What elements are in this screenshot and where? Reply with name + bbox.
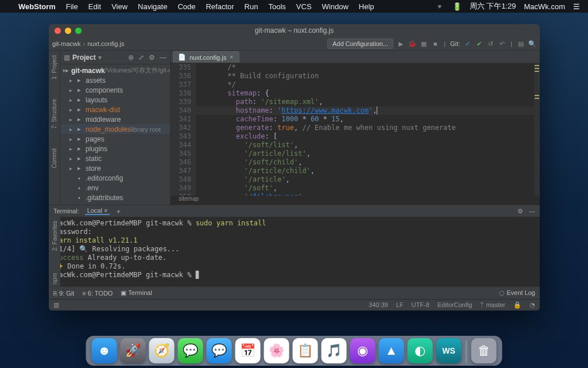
- breadcrumb-root[interactable]: git-macwk: [52, 40, 81, 47]
- terminal-tab[interactable]: Local ×: [85, 207, 110, 215]
- tree-item[interactable]: ▸▸macwk-dist: [60, 105, 170, 114]
- dock-app-reminders[interactable]: 📋: [293, 338, 318, 363]
- btm-git[interactable]: ⎘ 9: Git: [53, 290, 74, 297]
- dock-app-turtle[interactable]: ◐: [408, 338, 433, 363]
- menu-edit[interactable]: Edit: [88, 2, 101, 11]
- btm-terminal[interactable]: ▣ Terminal: [121, 289, 152, 297]
- line-sep[interactable]: LF: [396, 301, 404, 309]
- tree-item[interactable]: ▸▸store: [60, 163, 170, 173]
- dock-app-imessage[interactable]: 💬: [207, 338, 232, 363]
- caret-position[interactable]: 340:39: [369, 301, 388, 309]
- menubar-brand[interactable]: MacWk.com: [524, 2, 566, 11]
- menu-tools[interactable]: Tools: [268, 2, 285, 11]
- editor-breadcrumb[interactable]: sitemap: [171, 195, 540, 205]
- close-tab-icon[interactable]: ×: [230, 54, 233, 60]
- dock-app-podcasts[interactable]: ◉: [350, 338, 376, 363]
- tree-item[interactable]: ▸▸middleware: [60, 114, 170, 124]
- gear-icon[interactable]: ⚙: [517, 208, 523, 215]
- tree-root[interactable]: ▾▸git-macwk /Volumes/可存文件/git-mac: [60, 66, 170, 75]
- battery-icon[interactable]: 🔋: [452, 2, 462, 11]
- git-revert-icon[interactable]: ↶: [498, 40, 506, 48]
- git-branch[interactable]: ᛘ master: [480, 301, 505, 309]
- editor-tabs: 📄 nuxt.config.js ×: [171, 51, 540, 63]
- breadcrumb-file[interactable]: nuxt.config.js: [87, 40, 124, 47]
- terminal-output[interactable]: MacWk.com@PertimdeMBP git-macwk % sudo y…: [49, 217, 540, 286]
- coverage-icon[interactable]: ▦: [420, 40, 428, 48]
- menu-view[interactable]: View: [111, 2, 127, 11]
- dock-app-music[interactable]: 🎵: [322, 338, 347, 363]
- tree-item[interactable]: ▸▸layouts: [60, 95, 170, 105]
- tree-item[interactable]: •.env: [60, 183, 170, 193]
- dock-app-appstore[interactable]: ▲: [379, 338, 404, 363]
- dock-app-trash[interactable]: 🗑: [471, 338, 497, 363]
- git-update-icon[interactable]: ✓: [463, 40, 471, 48]
- locate-icon[interactable]: ⊕: [128, 53, 134, 62]
- menu-refactor[interactable]: Refactor: [206, 2, 234, 11]
- menubar-clock[interactable]: 周六 下午1:29: [470, 1, 516, 12]
- menu-navigate[interactable]: Navigate: [138, 2, 167, 11]
- terminal-pane: Terminal: Local × ＋ ⚙ — MacWk.com@Pertim…: [49, 205, 540, 286]
- dock-app-safari[interactable]: 🧭: [149, 338, 175, 363]
- lock-icon[interactable]: 🔒: [513, 301, 521, 309]
- tree-item[interactable]: •.editorconfig: [60, 173, 170, 183]
- tree-item[interactable]: ▸▸plugins: [60, 144, 170, 154]
- hide-icon[interactable]: —: [160, 53, 167, 62]
- code-editor[interactable]: 3353363373383393403413423433443453463473…: [171, 63, 540, 195]
- minimize-icon[interactable]: [65, 28, 71, 34]
- menu-help[interactable]: Help: [359, 2, 374, 11]
- macos-menubar: WebStorm File Edit View Navigate Code Re…: [0, 0, 588, 13]
- git-commit-icon[interactable]: ✔: [475, 40, 483, 48]
- chevron-down-icon[interactable]: ▾: [98, 53, 102, 62]
- tree-item[interactable]: ▸▸assets: [60, 75, 170, 85]
- dock-app-launchpad[interactable]: 🚀: [121, 338, 146, 363]
- encoding[interactable]: UTF-8: [412, 301, 430, 309]
- tool-structure[interactable]: 7: Structure: [51, 97, 57, 131]
- editor-tab-active[interactable]: 📄 nuxt.config.js ×: [173, 51, 239, 63]
- wifi-icon[interactable]: ᯤ: [437, 2, 444, 11]
- tree-item[interactable]: ▸▸components: [60, 85, 170, 95]
- status-widgets-icon[interactable]: ▥: [53, 301, 59, 309]
- menu-code[interactable]: Code: [177, 2, 195, 11]
- gear-icon[interactable]: ⚙: [149, 53, 155, 62]
- dock-app-photos[interactable]: 🌸: [264, 338, 289, 363]
- git-history-icon[interactable]: ↺: [486, 40, 494, 48]
- macos-dock: ☻🚀🧭💬💬📅🌸📋🎵◉▲◐WS🗑: [86, 336, 502, 366]
- menu-vcs[interactable]: VCS: [296, 2, 312, 11]
- ide-settings-icon[interactable]: ▤: [517, 40, 525, 48]
- editor-area: 📄 nuxt.config.js × 335336337338339340341…: [171, 51, 540, 205]
- inspections-icon[interactable]: ◔: [529, 301, 535, 309]
- tree-item[interactable]: •.gitattributes: [60, 193, 170, 202]
- menu-run[interactable]: Run: [245, 2, 258, 11]
- zoom-icon[interactable]: [75, 28, 82, 34]
- tool-commit[interactable]: Commit: [51, 146, 57, 170]
- menubar-app[interactable]: WebStorm: [18, 2, 56, 11]
- menu-file[interactable]: File: [66, 2, 78, 11]
- editor-minimap[interactable]: [534, 63, 540, 195]
- tree-item[interactable]: ▸▸static: [60, 154, 170, 163]
- close-icon[interactable]: [55, 28, 61, 34]
- dock-app-messages[interactable]: 💬: [178, 338, 203, 363]
- dock-app-calendar[interactable]: 📅: [235, 338, 261, 363]
- project-pane-title: Project: [72, 53, 96, 62]
- stop-icon[interactable]: ■: [431, 40, 439, 48]
- dock-app-finder[interactable]: ☻: [92, 338, 117, 363]
- expand-icon[interactable]: ⤢: [138, 53, 144, 62]
- hide-icon[interactable]: —: [529, 208, 535, 215]
- btm-todo[interactable]: ≡ 6: TODO: [82, 290, 113, 297]
- run-config-button[interactable]: Add Configuration...: [327, 39, 393, 49]
- tree-item[interactable]: ▸▸pages: [60, 134, 170, 144]
- tool-favorites[interactable]: 2: Favorites: [52, 218, 58, 253]
- project-tree[interactable]: ▾▸git-macwk /Volumes/可存文件/git-mac▸▸asset…: [60, 64, 170, 205]
- tool-npm[interactable]: npm: [52, 271, 58, 286]
- terminal-add-icon[interactable]: ＋: [115, 207, 122, 216]
- run-icon[interactable]: ▶: [397, 40, 405, 48]
- editorconfig[interactable]: EditorConfig: [438, 301, 473, 309]
- menu-extras-icon[interactable]: ☰: [573, 2, 580, 11]
- search-everywhere-icon[interactable]: 🔍: [528, 40, 536, 48]
- debug-icon[interactable]: 🐞: [408, 40, 416, 48]
- dock-app-webstorm[interactable]: WS: [436, 338, 462, 363]
- event-log[interactable]: ◌ Event Log: [499, 289, 535, 297]
- menu-window[interactable]: Window: [322, 2, 349, 11]
- tool-project[interactable]: 1: Project: [51, 53, 57, 82]
- tree-item[interactable]: ▸▸node_modules library root: [60, 124, 170, 134]
